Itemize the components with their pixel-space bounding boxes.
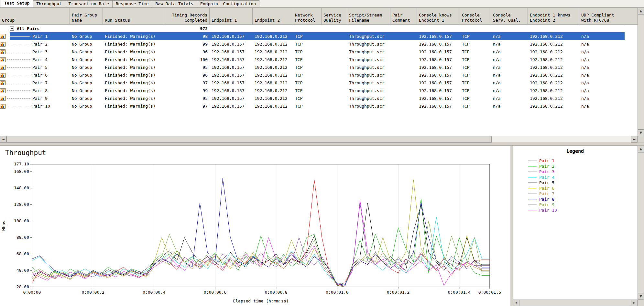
cell-run-status: Finished: Warning(s): [103, 49, 164, 54]
column-header-console-protocol[interactable]: ConsoleProtocol: [460, 8, 491, 24]
tab-throughput[interactable]: Throughput: [33, 0, 65, 7]
tree-connector-line: [7, 52, 30, 52]
tree-connector-line: [7, 44, 30, 44]
column-header-pair-group-name[interactable]: Pair GroupName: [70, 8, 103, 24]
scrollbar-corner: [638, 136, 644, 142]
cell-script-stream-filename: Throughput.scr: [347, 104, 390, 109]
legend-line-sample: [528, 172, 537, 172]
table-vertical-scrollbar[interactable]: ▲ ▼: [638, 8, 644, 136]
column-header-endpoint-1[interactable]: Endpoint 1: [210, 8, 253, 24]
vertical-splitter[interactable]: [510, 146, 513, 306]
legend-entry-pair-4[interactable]: Pair 4: [513, 174, 638, 180]
pair-icon: [0, 80, 6, 85]
table-hscroll-thumb[interactable]: [6, 136, 492, 142]
column-header-network-protocol[interactable]: NetworkProtocol: [293, 8, 322, 24]
cell-console-knows-endpoint-1: 192.168.0.157: [417, 65, 460, 70]
series-line-pair-2: [32, 199, 490, 286]
tree-connector-line: [7, 106, 30, 106]
table-row-pair-10[interactable]: Pair 10No GroupFinished: Warning(s)97192…: [0, 102, 638, 110]
table-row-pair-4[interactable]: Pair 4No GroupFinished: Warning(s)100192…: [0, 56, 638, 63]
legend-entry-pair-7[interactable]: Pair 7: [513, 191, 638, 196]
cell-group: Pair 9: [0, 96, 70, 101]
cell-console-serv-qual: n/a: [491, 96, 528, 101]
legend-horizontal-scrollbar[interactable]: ◄ ►: [513, 300, 638, 306]
legend-entry-pair-9[interactable]: Pair 9: [513, 202, 638, 207]
table-row-pair-9[interactable]: Pair 9No GroupFinished: Warning(s)95192.…: [0, 94, 638, 102]
y-axis-tick-label: 177.10: [14, 162, 29, 166]
column-header-group[interactable]: Group: [0, 8, 70, 24]
scroll-up-icon[interactable]: ▲: [638, 8, 644, 14]
cell-console-knows-endpoint-1: 192.168.0.157: [417, 49, 460, 54]
pair-label: Pair 3: [32, 49, 48, 54]
table-horizontal-scrollbar[interactable]: ◄ ►: [0, 136, 638, 142]
tab-raw-data-totals[interactable]: Raw Data Totals: [152, 0, 197, 7]
cell-console-serv-qual: n/a: [491, 80, 528, 85]
table-row-pair-7[interactable]: Pair 7No GroupFinished: Warning(s)97192.…: [0, 79, 638, 87]
x-axis-title: Elapsed time (h:mm:ss): [233, 299, 289, 303]
column-header-console-knows-endpoint-1[interactable]: Console knowsEndpoint 1: [417, 8, 460, 24]
cell-endpoint-1-knows-endpoint-2: 192.168.0.212: [528, 34, 579, 39]
table-row-pair-2[interactable]: Pair 2No GroupFinished: Warning(s)99192.…: [0, 40, 638, 48]
table-vscroll-thumb[interactable]: [638, 14, 644, 130]
table-row-all-pairs[interactable]: All Pairs972: [0, 25, 638, 32]
column-header-pair-comment[interactable]: PairComment: [390, 8, 417, 24]
legend-label: Pair 3: [539, 169, 554, 174]
column-header-udp-compliant-with-rfc768[interactable]: UDP Compliantwith RFC768: [579, 8, 624, 24]
bottom-vertical-scrollbar[interactable]: ▲ ▼: [638, 146, 644, 300]
collapse-icon[interactable]: [10, 26, 14, 31]
legend-entry-pair-3[interactable]: Pair 3: [513, 169, 638, 174]
cell-udp-compliant-with-rfc768: n/a: [579, 34, 624, 39]
tree-connector-line: [7, 90, 30, 91]
column-header-endpoint-1-knows-endpoint-2[interactable]: Endpoint 1 knowsEndpoint 2: [528, 8, 579, 24]
legend-entry-pair-5[interactable]: Pair 5: [513, 180, 638, 185]
cell-udp-compliant-with-rfc768: n/a: [579, 57, 624, 62]
cell-group: Pair 10: [0, 104, 70, 109]
legend-entry-pair-10[interactable]: Pair 10: [513, 207, 638, 213]
table-row-pair-3[interactable]: Pair 3No GroupFinished: Warning(s)96192.…: [0, 48, 638, 56]
scroll-right-icon[interactable]: ►: [631, 300, 638, 306]
table-row-pair-6[interactable]: Pair 6No GroupFinished: Warning(s)96192.…: [0, 71, 638, 79]
cell-script-stream-filename: Throughput.scr: [347, 73, 390, 78]
x-axis-tick-label: 0:00:01.2: [387, 290, 409, 295]
cell-endpoint-1: 192.168.0.157: [210, 42, 253, 47]
tree-connector-line: [7, 36, 30, 37]
cell-network-protocol: TCP: [293, 73, 322, 78]
legend-entry-pair-1[interactable]: Pair 1: [513, 158, 638, 164]
legend-entry-pair-6[interactable]: Pair 6: [513, 185, 638, 191]
table-row-pair-5[interactable]: Pair 5No GroupFinished: Warning(s)95192.…: [0, 63, 638, 71]
scroll-left-icon[interactable]: ◄: [513, 300, 519, 306]
cell-console-protocol: TCP: [460, 80, 491, 85]
tab-test-setup[interactable]: Test Setup: [1, 0, 33, 7]
scroll-down-icon[interactable]: ▼: [638, 293, 644, 300]
scroll-right-icon[interactable]: ►: [631, 136, 638, 142]
legend-line-sample: [528, 183, 537, 183]
legend-hscroll-thumb[interactable]: [519, 300, 631, 306]
column-header-script-stream-filename[interactable]: Script/StreamFilename: [347, 8, 390, 24]
cell-endpoint-2: 192.168.0.212: [253, 34, 293, 39]
scroll-left-icon[interactable]: ◄: [0, 136, 6, 142]
column-header-endpoint-2[interactable]: Endpoint 2: [253, 8, 293, 24]
column-header-console-serv-qual[interactable]: ConsoleServ. Qual.: [491, 8, 528, 24]
tab-endpoint-configuration[interactable]: Endpoint Configuration: [197, 0, 259, 7]
cell-console-protocol: TCP: [460, 88, 491, 93]
scroll-down-icon[interactable]: ▼: [638, 130, 644, 136]
table-row-pair-1[interactable]: Pair 1No GroupFinished: Warning(s)98192.…: [0, 32, 638, 40]
column-header-service-quality[interactable]: ServiceQuality: [322, 8, 347, 24]
tab-transaction-rate[interactable]: Transaction Rate: [65, 0, 113, 7]
legend-label: Pair 6: [539, 185, 554, 191]
tab-response-time[interactable]: Response Time: [112, 0, 152, 7]
table-row-pair-8[interactable]: Pair 8No GroupFinished: Warning(s)99192.…: [0, 87, 638, 94]
column-header-timing-records-completed[interactable]: Timing RecordsCompleted: [164, 8, 210, 24]
legend-entry-pair-8[interactable]: Pair 8: [513, 196, 638, 202]
cell-script-stream-filename: Throughput.scr: [347, 49, 390, 54]
legend-entry-pair-2[interactable]: Pair 2: [513, 164, 638, 169]
cell-script-stream-filename: Throughput.scr: [347, 42, 390, 47]
cell-console-serv-qual: n/a: [491, 73, 528, 78]
cell-udp-compliant-with-rfc768: n/a: [579, 80, 624, 85]
cell-group: Pair 6: [0, 73, 70, 78]
horizontal-splitter[interactable]: [0, 142, 644, 146]
scroll-up-icon[interactable]: ▲: [638, 146, 644, 152]
column-header-run-status[interactable]: Run Status: [103, 8, 164, 24]
bottom-vscroll-thumb[interactable]: [638, 152, 644, 293]
cell-udp-compliant-with-rfc768: n/a: [579, 73, 624, 78]
